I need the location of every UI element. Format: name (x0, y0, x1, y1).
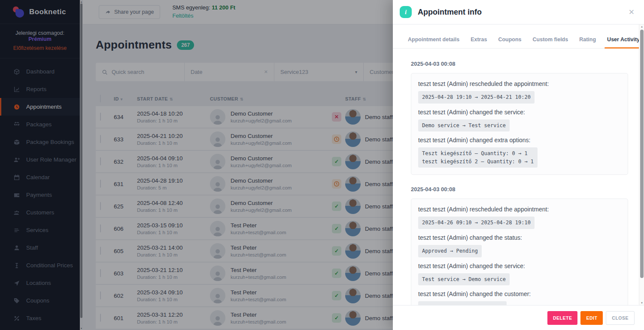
modal-header: i Appointment info ✕ (393, 0, 644, 24)
activity-text: teszt teszt (Admin) changed the service: (418, 109, 621, 116)
activity-change-value: Test service → Demo service (418, 273, 510, 286)
activity-card: teszt teszt (Admin) rescheduled the appo… (411, 199, 628, 305)
modal-tab[interactable]: Rating (579, 37, 596, 48)
modal-scrollbar[interactable]: ▲ ▼ (639, 24, 644, 305)
activity-entry: teszt teszt (Admin) changed the service:… (418, 109, 621, 132)
close-icon[interactable]: ✕ (629, 8, 635, 17)
activity-entry: teszt teszt (Admin) rescheduled the appo… (418, 80, 621, 104)
modal-body: Appointment detailsExtrasCouponsCustom f… (393, 24, 644, 305)
scrollbar-down-arrow[interactable]: ▼ (639, 302, 644, 304)
activity-entry: teszt teszt (Admin) rescheduled the appo… (418, 206, 621, 229)
modal-scrollbar-thumb[interactable] (640, 30, 644, 278)
activity-change-value: 2025-04-26 09:10 → 2025-04-28 19:10 (418, 217, 535, 229)
activity-change-value: Teszt kiegészítő — Quantity: 0 → 1 teszt… (418, 147, 538, 168)
delete-button[interactable]: DELETE (547, 311, 577, 325)
modal-tab[interactable]: Coupons (498, 37, 521, 48)
modal-tab[interactable]: User Activity (607, 37, 640, 48)
activity-entry: teszt teszt (Admin) changed extra option… (418, 137, 621, 168)
modal-footer: DELETE EDIT CLOSE (393, 305, 644, 330)
activity-entry: teszt teszt (Admin) changed the service:… (418, 263, 621, 286)
user-activity-content: 2025-04-03 00:08 teszt teszt (Admin) res… (393, 49, 639, 305)
modal-tab[interactable]: Appointment details (408, 37, 459, 48)
activity-text: teszt teszt (Admin) changed extra option… (418, 137, 621, 144)
activity-text: teszt teszt (Admin) rescheduled the appo… (418, 80, 621, 87)
modal-tab[interactable]: Extras (471, 37, 487, 48)
activity-card: teszt teszt (Admin) rescheduled the appo… (411, 73, 628, 175)
activity-text: teszt teszt (Admin) changed the status: (418, 234, 621, 241)
close-button[interactable]: CLOSE (606, 311, 635, 325)
scrollbar-up-arrow[interactable]: ▲ (639, 25, 644, 28)
modal-title: Appointment info (418, 8, 482, 17)
activity-entry: teszt teszt (Admin) changed the customer… (418, 290, 621, 305)
activity-text: teszt teszt (Admin) changed the customer… (418, 290, 621, 297)
activity-change-value: Demo service → Test service (418, 119, 510, 132)
activity-text: teszt teszt (Admin) rescheduled the appo… (418, 206, 621, 213)
app-root: Booknetic Jelenlegi csomagod: Prémium El… (0, 0, 644, 330)
activity-change-value: 2025-04-28 19:10 → 2025-04-21 10:20 (418, 91, 535, 104)
activity-change-value: Test Peter → Demo Customer (418, 301, 507, 305)
activity-change-value: Approved → Pending (418, 245, 482, 257)
modal-tabs: Appointment detailsExtrasCouponsCustom f… (393, 24, 639, 49)
activity-text: teszt teszt (Admin) changed the service: (418, 263, 621, 269)
modal-tab[interactable]: Custom fields (533, 37, 568, 48)
activity-timestamp: 2025-04-03 00:08 (411, 61, 628, 67)
info-icon: i (400, 6, 412, 18)
edit-button[interactable]: EDIT (580, 311, 603, 325)
activity-timestamp: 2025-04-03 00:08 (411, 186, 628, 192)
activity-entry: teszt teszt (Admin) changed the status: … (418, 234, 621, 257)
appointment-info-modal: i Appointment info ✕ Appointment details… (393, 0, 644, 330)
